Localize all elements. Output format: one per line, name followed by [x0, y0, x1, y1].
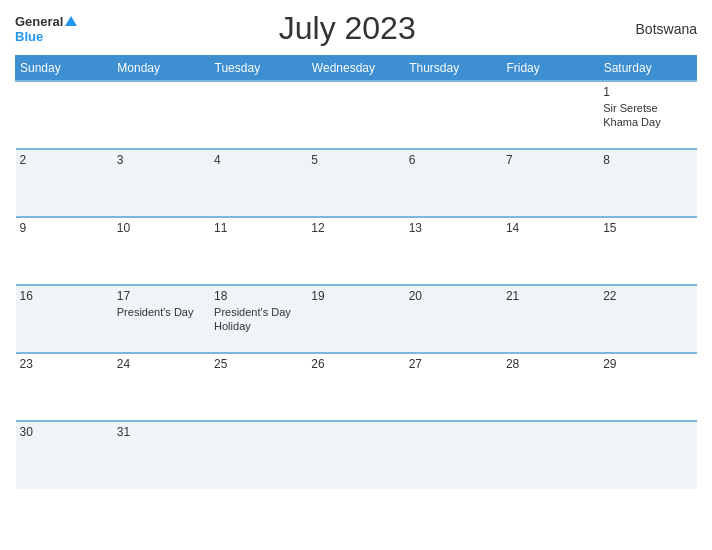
calendar-week-row: 1Sir Seretse Khama Day	[16, 81, 697, 149]
calendar-cell: 23	[16, 353, 113, 421]
calendar-cell	[307, 421, 404, 489]
calendar-cell	[502, 421, 599, 489]
day-number: 3	[117, 153, 206, 167]
calendar-cell: 20	[405, 285, 502, 353]
calendar-cell: 9	[16, 217, 113, 285]
day-number: 2	[20, 153, 109, 167]
calendar-cell: 30	[16, 421, 113, 489]
calendar-cell: 16	[16, 285, 113, 353]
col-saturday: Saturday	[599, 56, 696, 82]
calendar-cell: 22	[599, 285, 696, 353]
day-number: 7	[506, 153, 595, 167]
calendar-cell	[210, 421, 307, 489]
calendar-cell: 5	[307, 149, 404, 217]
month-title: July 2023	[77, 10, 617, 47]
day-number: 25	[214, 357, 303, 371]
country-label: Botswana	[617, 21, 697, 37]
calendar-cell: 2	[16, 149, 113, 217]
calendar-cell	[210, 81, 307, 149]
day-number: 6	[409, 153, 498, 167]
day-number: 8	[603, 153, 692, 167]
calendar-cell: 10	[113, 217, 210, 285]
calendar-cell: 1Sir Seretse Khama Day	[599, 81, 696, 149]
calendar-cell: 3	[113, 149, 210, 217]
logo: General Blue	[15, 14, 77, 44]
calendar-cell: 12	[307, 217, 404, 285]
calendar-cell: 8	[599, 149, 696, 217]
calendar-cell: 26	[307, 353, 404, 421]
day-number: 21	[506, 289, 595, 303]
calendar-week-row: 1617President's Day18President's Day Hol…	[16, 285, 697, 353]
calendar-cell: 31	[113, 421, 210, 489]
calendar-cell	[307, 81, 404, 149]
calendar-week-row: 23242526272829	[16, 353, 697, 421]
day-number: 19	[311, 289, 400, 303]
day-number: 23	[20, 357, 109, 371]
calendar-cell	[16, 81, 113, 149]
calendar-cell: 21	[502, 285, 599, 353]
day-number: 15	[603, 221, 692, 235]
calendar-cell: 18President's Day Holiday	[210, 285, 307, 353]
calendar-week-row: 2345678	[16, 149, 697, 217]
calendar-cell	[405, 421, 502, 489]
calendar-cell: 6	[405, 149, 502, 217]
calendar-cell	[113, 81, 210, 149]
day-number: 31	[117, 425, 206, 439]
day-number: 13	[409, 221, 498, 235]
calendar-cell: 29	[599, 353, 696, 421]
calendar-cell: 13	[405, 217, 502, 285]
day-number: 10	[117, 221, 206, 235]
col-friday: Friday	[502, 56, 599, 82]
event-name: Sir Seretse Khama Day	[603, 102, 660, 128]
day-number: 5	[311, 153, 400, 167]
day-number: 22	[603, 289, 692, 303]
calendar-cell: 27	[405, 353, 502, 421]
calendar-cell: 19	[307, 285, 404, 353]
calendar-cell: 4	[210, 149, 307, 217]
col-wednesday: Wednesday	[307, 56, 404, 82]
calendar-week-row: 9101112131415	[16, 217, 697, 285]
calendar-cell: 17President's Day	[113, 285, 210, 353]
calendar-header-row: Sunday Monday Tuesday Wednesday Thursday…	[16, 56, 697, 82]
calendar-cell: 11	[210, 217, 307, 285]
calendar-header: General Blue July 2023 Botswana	[15, 10, 697, 47]
day-number: 14	[506, 221, 595, 235]
day-number: 4	[214, 153, 303, 167]
day-number: 1	[603, 85, 692, 99]
event-name: President's Day	[117, 306, 194, 318]
calendar-container: General Blue July 2023 Botswana Sunday M…	[0, 0, 712, 550]
col-thursday: Thursday	[405, 56, 502, 82]
event-name: President's Day Holiday	[214, 306, 291, 332]
day-number: 28	[506, 357, 595, 371]
calendar-cell	[599, 421, 696, 489]
col-monday: Monday	[113, 56, 210, 82]
calendar-cell: 7	[502, 149, 599, 217]
calendar-table: Sunday Monday Tuesday Wednesday Thursday…	[15, 55, 697, 489]
day-number: 30	[20, 425, 109, 439]
col-tuesday: Tuesday	[210, 56, 307, 82]
logo-general-text: General	[15, 14, 77, 29]
calendar-cell	[405, 81, 502, 149]
logo-blue-text: Blue	[15, 29, 43, 44]
day-number: 20	[409, 289, 498, 303]
day-number: 26	[311, 357, 400, 371]
calendar-cell: 15	[599, 217, 696, 285]
day-number: 16	[20, 289, 109, 303]
col-sunday: Sunday	[16, 56, 113, 82]
calendar-week-row: 3031	[16, 421, 697, 489]
day-number: 17	[117, 289, 206, 303]
day-number: 29	[603, 357, 692, 371]
calendar-cell: 14	[502, 217, 599, 285]
calendar-cell	[502, 81, 599, 149]
day-number: 9	[20, 221, 109, 235]
day-number: 24	[117, 357, 206, 371]
logo-triangle-icon	[65, 16, 77, 26]
day-number: 27	[409, 357, 498, 371]
calendar-cell: 24	[113, 353, 210, 421]
day-number: 12	[311, 221, 400, 235]
day-number: 18	[214, 289, 303, 303]
calendar-cell: 28	[502, 353, 599, 421]
calendar-cell: 25	[210, 353, 307, 421]
day-number: 11	[214, 221, 303, 235]
